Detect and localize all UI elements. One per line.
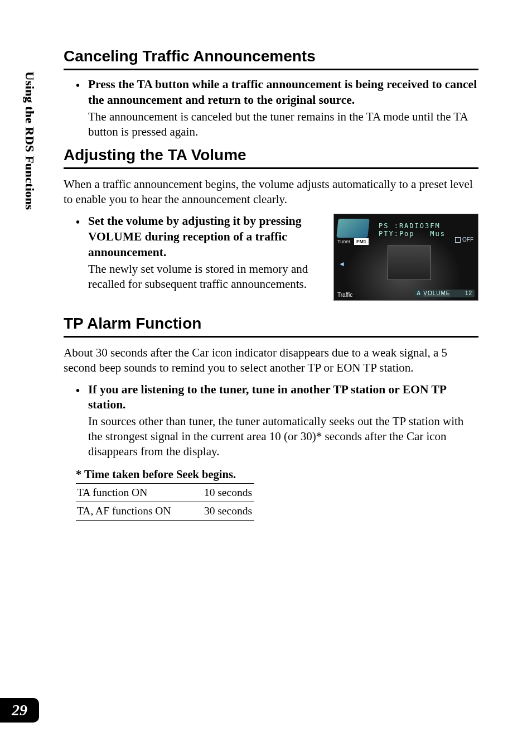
shot-traffic-label: Traffic — [337, 292, 352, 298]
tp-instruction: If you are listening to the tuner, tune … — [88, 382, 478, 413]
tp-intro: About 30 seconds after the Car icon indi… — [64, 345, 478, 375]
heading-volume: Adjusting the TA Volume — [64, 147, 478, 169]
table-row: TA, AF functions ON 30 seconds — [76, 502, 254, 521]
tuner-screenshot: Tuner FM1 PS :RADIO3FM PTY:Pop Mus OFF ◄… — [333, 214, 478, 301]
main-content: Canceling Traffic Announcements • Press … — [64, 48, 478, 521]
volume-detail: The newly set volume is stored in memory… — [88, 262, 323, 292]
cancel-instruction: Press the TA button while a traffic anno… — [88, 77, 478, 108]
seek-row-label: TA function ON — [76, 484, 193, 502]
seek-table: TA function ON 10 seconds TA, AF functio… — [76, 483, 254, 521]
side-tab-label: Using the RDS Functions — [20, 71, 37, 210]
bullet-tp: • If you are listening to the tuner, tun… — [64, 382, 478, 460]
shot-vol-prefix: A — [417, 290, 421, 296]
volume-instruction: Set the volume by adjusting it by pressi… — [88, 214, 323, 261]
shot-off-indicator: OFF — [455, 237, 473, 243]
bullet-cancel: • Press the TA button while a traffic an… — [64, 77, 478, 139]
table-row: TA function ON 10 seconds — [76, 484, 254, 502]
seek-row-value: 30 seconds — [193, 502, 254, 521]
shot-ps-line: PS :RADIO3FM — [379, 222, 441, 230]
shot-vol-label: VOLUME — [423, 290, 465, 296]
volume-intro: When a traffic announcement begins, the … — [64, 177, 478, 207]
seek-table-caption: * Time taken before Seek begins. — [64, 468, 478, 481]
tp-detail: In sources other than tuner, the tuner a… — [88, 414, 478, 459]
page-number: 29 — [12, 701, 27, 719]
bullet-dot-icon: • — [76, 214, 88, 292]
cancel-detail: The announcement is canceled but the tun… — [88, 109, 478, 139]
shot-off-text: OFF — [462, 237, 473, 243]
bullet-volume: • Set the volume by adjusting it by pres… — [64, 214, 323, 292]
shot-vol-value: 12 — [465, 290, 472, 296]
logo-icon — [336, 219, 370, 238]
shot-pty-line: PTY:Pop Mus — [379, 230, 446, 238]
left-arrow-icon: ◄ — [338, 260, 345, 268]
seek-row-label: TA, AF functions ON — [76, 502, 193, 521]
shot-band-label: Tuner — [337, 239, 350, 244]
seek-row-value: 10 seconds — [193, 484, 254, 502]
shot-band-value: FM1 — [354, 238, 369, 245]
heading-cancel: Canceling Traffic Announcements — [64, 48, 478, 70]
shot-center-graphic — [388, 245, 431, 280]
heading-tp-alarm: TP Alarm Function — [64, 315, 478, 338]
bullet-dot-icon: • — [76, 382, 88, 460]
bullet-dot-icon: • — [76, 77, 88, 139]
page-number-tab: 29 — [0, 698, 39, 723]
shot-volume-bar: A VOLUME 12 — [414, 290, 475, 297]
